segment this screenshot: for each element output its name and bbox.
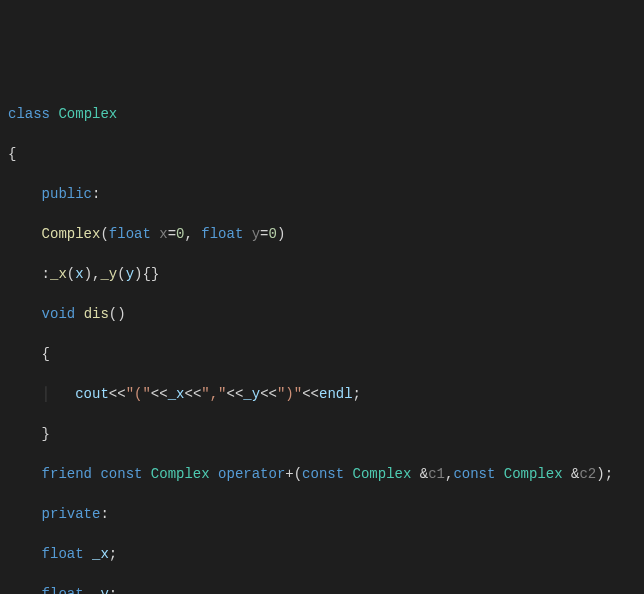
code-line: { xyxy=(8,344,644,364)
brace-open: { xyxy=(8,146,16,162)
code-line: float _x; xyxy=(8,544,644,564)
code-line: :_x(x),_y(y){} xyxy=(8,264,644,284)
keyword-private: private xyxy=(42,506,101,522)
code-line: Complex(float x=0, float y=0) xyxy=(8,224,644,244)
type-name: Complex xyxy=(58,106,117,122)
code-line: void dis() xyxy=(8,304,644,324)
keyword-class: class xyxy=(8,106,50,122)
code-line: friend const Complex operator+(const Com… xyxy=(8,464,644,484)
code-line: } xyxy=(8,424,644,444)
code-line: public: xyxy=(8,184,644,204)
code-line: { xyxy=(8,144,644,164)
code-line: private: xyxy=(8,504,644,524)
constructor-name: Complex xyxy=(42,226,101,242)
keyword-void: void xyxy=(42,306,76,322)
code-line: │ cout<<"("<<_x<<","<<_y<<")"<<endl; xyxy=(8,384,644,404)
code-editor[interactable]: class Complex { public: Complex(float x=… xyxy=(8,84,644,594)
keyword-public: public xyxy=(42,186,92,202)
code-line: float _y; xyxy=(8,584,644,594)
function-name: dis xyxy=(84,306,109,322)
code-line: class Complex xyxy=(8,104,644,124)
